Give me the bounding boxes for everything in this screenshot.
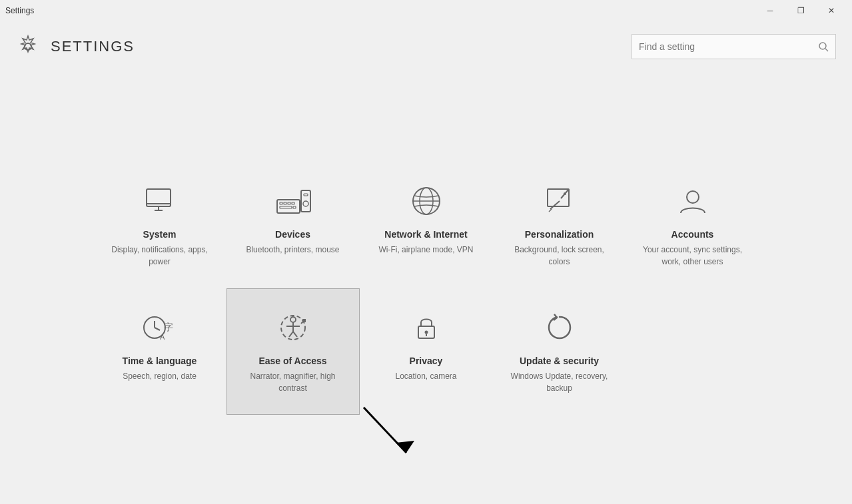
minimize-button[interactable]: ─ bbox=[755, 0, 785, 21]
svg-point-0 bbox=[25, 43, 31, 50]
system-icon bbox=[143, 182, 177, 220]
settings-item-accounts[interactable]: Accounts Your account, sync settings, wo… bbox=[626, 162, 759, 288]
settings-item-system[interactable]: System Display, notifications, apps, pow… bbox=[93, 162, 226, 288]
svg-point-1 bbox=[819, 43, 826, 49]
settings-item-ease[interactable]: Ease of Access Narrator, magnifier, high… bbox=[226, 288, 360, 415]
update-icon bbox=[542, 309, 577, 346]
svg-rect-11 bbox=[292, 202, 294, 204]
search-input[interactable] bbox=[639, 41, 818, 52]
update-desc: Windows Update, recovery, backup bbox=[507, 370, 612, 394]
system-desc: Display, notifications, apps, power bbox=[107, 244, 213, 268]
ease-desc: Narrator, magnifier, high contrast bbox=[240, 370, 346, 394]
header-bar: SETTINGS bbox=[0, 21, 852, 72]
close-button[interactable]: ✕ bbox=[816, 0, 847, 21]
personalization-desc: Background, lock screen, colors bbox=[507, 244, 612, 268]
settings-item-time[interactable]: 字 A Time & language Speech, region, date bbox=[93, 288, 226, 415]
svg-point-32 bbox=[290, 317, 296, 322]
svg-line-36 bbox=[293, 332, 297, 337]
svg-point-38 bbox=[424, 330, 428, 334]
svg-line-2 bbox=[825, 49, 828, 51]
settings-grid: System Display, notifications, apps, pow… bbox=[93, 162, 759, 415]
svg-line-24 bbox=[549, 209, 552, 212]
search-box[interactable] bbox=[632, 34, 836, 59]
time-desc: Speech, region, date bbox=[123, 370, 197, 382]
svg-rect-9 bbox=[284, 202, 286, 204]
svg-rect-12 bbox=[280, 206, 292, 208]
svg-rect-16 bbox=[304, 194, 308, 196]
settings-item-update[interactable]: Update & security Windows Update, recove… bbox=[493, 288, 626, 415]
system-title: System bbox=[143, 229, 177, 240]
search-icon bbox=[818, 41, 829, 52]
svg-rect-13 bbox=[293, 206, 296, 208]
privacy-title: Privacy bbox=[410, 356, 443, 366]
update-title: Update & security bbox=[520, 356, 599, 366]
network-icon bbox=[409, 182, 444, 220]
ease-title: Ease of Access bbox=[258, 356, 326, 366]
svg-point-15 bbox=[303, 201, 308, 206]
header-title: SETTINGS bbox=[51, 38, 135, 55]
settings-gear-icon bbox=[16, 35, 40, 59]
network-desc: Wi-Fi, airplane mode, VPN bbox=[378, 244, 473, 256]
title-bar-left: Settings bbox=[5, 6, 34, 15]
header-left: SETTINGS bbox=[16, 35, 135, 59]
svg-text:字: 字 bbox=[164, 322, 173, 332]
privacy-icon bbox=[409, 309, 444, 346]
privacy-desc: Location, camera bbox=[395, 370, 456, 382]
svg-point-25 bbox=[687, 191, 699, 203]
devices-title: Devices bbox=[275, 229, 310, 240]
restore-button[interactable]: ❐ bbox=[785, 0, 816, 21]
svg-point-22 bbox=[564, 192, 566, 195]
devices-desc: Bluetooth, printers, mouse bbox=[246, 244, 339, 256]
svg-line-28 bbox=[155, 328, 160, 330]
settings-item-network[interactable]: Network & Internet Wi-Fi, airplane mode,… bbox=[360, 162, 493, 288]
settings-item-personalization[interactable]: Personalization Background, lock screen,… bbox=[493, 162, 626, 288]
svg-rect-8 bbox=[280, 202, 282, 204]
time-icon: 字 A bbox=[140, 309, 180, 346]
time-title: Time & language bbox=[123, 356, 197, 366]
svg-text:A: A bbox=[160, 333, 165, 341]
svg-rect-10 bbox=[288, 202, 290, 204]
devices-icon bbox=[274, 182, 312, 220]
accounts-icon bbox=[675, 182, 710, 220]
settings-item-privacy[interactable]: Privacy Location, camera bbox=[360, 288, 493, 415]
title-bar-controls: ─ ❐ ✕ bbox=[755, 0, 847, 21]
settings-item-devices[interactable]: Devices Bluetooth, printers, mouse bbox=[226, 162, 360, 288]
title-bar: Settings ─ ❐ ✕ bbox=[0, 0, 852, 21]
svg-line-23 bbox=[550, 201, 560, 209]
svg-rect-20 bbox=[548, 189, 569, 206]
app-window: Settings ─ ❐ ✕ SETTINGS bbox=[0, 0, 852, 504]
accounts-title: Accounts bbox=[671, 229, 714, 240]
svg-line-35 bbox=[289, 332, 293, 337]
personalization-title: Personalization bbox=[525, 229, 594, 240]
main-content: System Display, notifications, apps, pow… bbox=[0, 72, 852, 504]
window-title: Settings bbox=[5, 6, 34, 15]
personalization-icon bbox=[542, 182, 577, 220]
accounts-desc: Your account, sync settings, work, other… bbox=[640, 244, 745, 268]
ease-icon bbox=[276, 309, 310, 346]
network-title: Network & Internet bbox=[384, 229, 467, 240]
